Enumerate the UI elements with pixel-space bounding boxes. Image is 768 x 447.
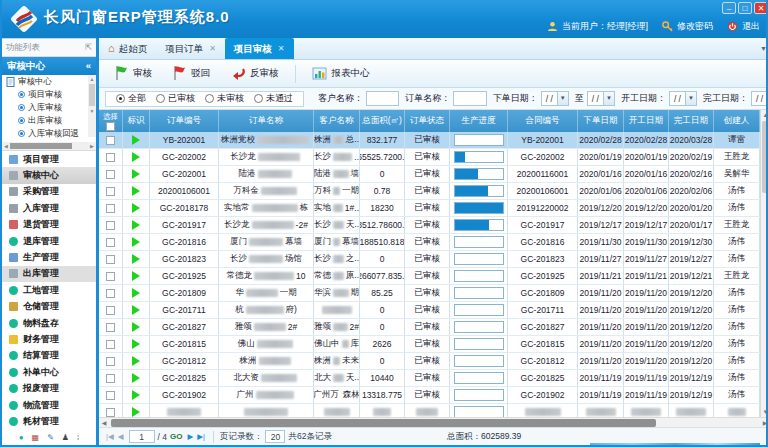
tab-0[interactable]: ⌂起始页 xyxy=(99,38,156,59)
column-header-12[interactable]: 创建人 xyxy=(714,110,760,132)
row-checkbox[interactable] xyxy=(106,153,115,162)
calendar-dropdown-icon[interactable]: ▼ xyxy=(603,92,614,105)
toolbar-button-1[interactable]: 驳回 xyxy=(165,62,217,86)
sidebar-item-13[interactable]: 补单中心 xyxy=(2,364,96,380)
collapse-icon[interactable]: « xyxy=(86,57,91,75)
scroll-down-icon[interactable]: ▼ xyxy=(88,107,96,115)
tab-overflow-icon[interactable]: ▼ xyxy=(760,45,767,52)
table-row-9[interactable]: GC-201809华一期华滨期85.25已审核GC-2018092019/11/… xyxy=(99,285,760,302)
row-checkbox[interactable] xyxy=(106,391,115,400)
row-checkbox[interactable] xyxy=(106,306,115,315)
sidebar-item-11[interactable]: 财务管理 xyxy=(2,331,96,347)
row-checkbox[interactable] xyxy=(106,289,115,298)
table-vertical-scrollbar[interactable]: ▲ ▼ xyxy=(760,110,768,417)
tab-close-icon[interactable]: ✕ xyxy=(278,38,285,59)
tree-node-3[interactable]: 入库审核回退 xyxy=(2,127,96,140)
tree-node-root[interactable]: 审核中心 xyxy=(2,75,96,88)
sidebar-item-4[interactable]: 退货管理 xyxy=(2,217,96,233)
next-page-button[interactable]: ▶ xyxy=(187,432,193,441)
user-icon[interactable]: ♟ xyxy=(62,433,69,443)
sidebar-item-6[interactable]: 生产管理 xyxy=(2,249,96,265)
sidebar-item-10[interactable]: 物料盘存 xyxy=(2,315,96,331)
scroll-right-icon[interactable]: ▶ xyxy=(760,419,768,426)
row-checkbox[interactable] xyxy=(106,374,115,383)
toolbar-button-2[interactable]: 反审核 xyxy=(223,63,286,85)
order-date-from-input[interactable]: / / ▼ xyxy=(541,91,569,106)
page-number-input[interactable]: 1 xyxy=(129,430,155,443)
table-row-12[interactable]: GC-201815佛山佛山中库2626已审核GC-2018152019/11/2… xyxy=(99,336,760,353)
finish-date-input[interactable]: / / xyxy=(751,91,768,106)
scroll-up-icon[interactable]: ▲ xyxy=(761,110,768,120)
order-name-input[interactable] xyxy=(453,91,486,106)
table-row-10[interactable]: GC-201711杭府)0已审核GC-2017112019/11/202019/… xyxy=(99,302,760,319)
toolbar-button-0[interactable]: 审核 xyxy=(107,62,159,86)
row-checkbox[interactable] xyxy=(106,340,115,349)
calendar-dropdown-icon[interactable]: ▼ xyxy=(557,92,568,105)
column-header-11[interactable]: 完工日期 xyxy=(669,110,714,132)
column-header-5[interactable]: 总面积(㎡) xyxy=(360,110,405,132)
sidebar-item-14[interactable]: 报废管理 xyxy=(2,380,96,396)
toolbar-button-3[interactable]: 报表中心 xyxy=(305,63,377,85)
column-header-7[interactable]: 生产进度 xyxy=(450,110,508,132)
column-header-9[interactable]: 下单日期 xyxy=(578,110,624,132)
row-checkbox[interactable] xyxy=(106,408,115,417)
column-header-4[interactable]: 客户名称 xyxy=(314,110,360,132)
status-radio-3[interactable]: 未通过 xyxy=(254,92,293,105)
prev-page-button[interactable]: ◀ xyxy=(118,432,124,441)
tree-vertical-scrollbar[interactable]: ▲ ▼ xyxy=(88,75,96,137)
more-icon[interactable]: ⁞ xyxy=(77,433,79,443)
row-checkbox[interactable] xyxy=(106,357,115,366)
sidebar-item-12[interactable]: 结算管理 xyxy=(2,348,96,364)
table-row-5[interactable]: GC-201917长沙龙-2#长沙天..8512.78600..已审核GC-20… xyxy=(99,217,760,234)
sidebar-item-2[interactable]: 采购管理 xyxy=(2,184,96,200)
row-checkbox[interactable] xyxy=(106,221,115,230)
order-date-to-input[interactable]: / / ▼ xyxy=(587,91,615,106)
scroll-left-icon[interactable]: ◀ xyxy=(99,419,109,426)
status-radio-2[interactable]: 未审核 xyxy=(205,92,244,105)
select-all-checkbox[interactable] xyxy=(106,122,115,131)
sidebar-item-15[interactable]: 物流管理 xyxy=(2,397,96,413)
sidebar-item-8[interactable]: 工地管理 xyxy=(2,282,96,298)
row-checkbox[interactable] xyxy=(106,272,115,281)
row-checkbox[interactable] xyxy=(106,323,115,332)
column-header-6[interactable]: 订单状态 xyxy=(405,110,450,132)
cart-icon[interactable]: ▦ xyxy=(32,433,40,443)
tree-horizontal-scrollbar[interactable]: ◀ ▶ xyxy=(2,142,96,150)
table-row-15[interactable]: GC-201902广州广州万森林13318.775已审核GC-201902201… xyxy=(99,387,760,404)
table-row-11[interactable]: GC-201827雅颂2#雅颂2#0已审核GC-2018272019/11/20… xyxy=(99,319,760,336)
sidebar-item-5[interactable]: 退库管理 xyxy=(2,233,96,249)
sidebar-item-3[interactable]: 入库管理 xyxy=(2,200,96,216)
table-row-2[interactable]: GC-202001陆港陆港墙0已审核202001160012020/01/162… xyxy=(99,166,760,183)
table-row-8[interactable]: GC-201925常德龙10常德原..266077.835..已审核GC-201… xyxy=(99,268,760,285)
row-checkbox[interactable] xyxy=(106,255,115,264)
row-checkbox[interactable] xyxy=(106,204,115,213)
tab-1[interactable]: 项目订单✕ xyxy=(156,38,225,59)
row-checkbox[interactable] xyxy=(106,187,115,196)
column-header-3[interactable]: 订单名称 xyxy=(219,110,314,132)
tab-2[interactable]: 项目审核✕ xyxy=(225,38,294,59)
column-header-10[interactable]: 开工日期 xyxy=(624,110,669,132)
table-row-14[interactable]: GC-201825北大资北大天..10440已审核GC-2018252019/1… xyxy=(99,370,760,387)
start-date-input[interactable]: / / ▼ xyxy=(669,91,697,106)
status-radio-0[interactable]: 全部 xyxy=(116,92,146,105)
calendar-dropdown-icon[interactable]: ▼ xyxy=(685,92,696,105)
logout-button[interactable]: 退出 xyxy=(727,20,760,33)
sidebar-item-7[interactable]: 出库管理 xyxy=(2,266,96,282)
close-button[interactable]: ✕ xyxy=(754,2,768,14)
table-horizontal-scrollbar[interactable]: ◀ ▶ xyxy=(99,417,768,427)
table-row-1[interactable]: GC-202002长沙龙长沙..65525.7200..已审核GC-202002… xyxy=(99,149,760,166)
tree-node-2[interactable]: 出库审核 xyxy=(2,114,96,127)
table-row-13[interactable]: GC-201812株洲株洲未来0已审核GC-2018122019/11/2020… xyxy=(99,353,760,370)
change-password-button[interactable]: 修改密码 xyxy=(662,20,713,33)
table-row-4[interactable]: GC-2018178实地常栋实地1#..18230已审核201912200022… xyxy=(99,200,760,217)
sidebar-item-0[interactable]: 项目管理 xyxy=(2,151,96,167)
table-row-7[interactable]: GC-201823长沙场馆长沙之..0已审核GC-2018232019/11/2… xyxy=(99,251,760,268)
row-checkbox[interactable] xyxy=(106,170,115,179)
table-row-3[interactable]: 20200106001万科金万科一期0.78已审核202001060012020… xyxy=(99,183,760,200)
scroll-left-icon[interactable]: ◀ xyxy=(2,143,10,149)
maximize-button[interactable]: □ xyxy=(738,2,752,14)
column-header-0[interactable]: 选择 xyxy=(99,110,123,132)
sidebar-item-16[interactable]: 耗材管理 xyxy=(2,413,96,429)
sidebar-item-1[interactable]: 审核中心 xyxy=(2,167,96,183)
pen-icon[interactable]: ✎ xyxy=(47,433,54,443)
